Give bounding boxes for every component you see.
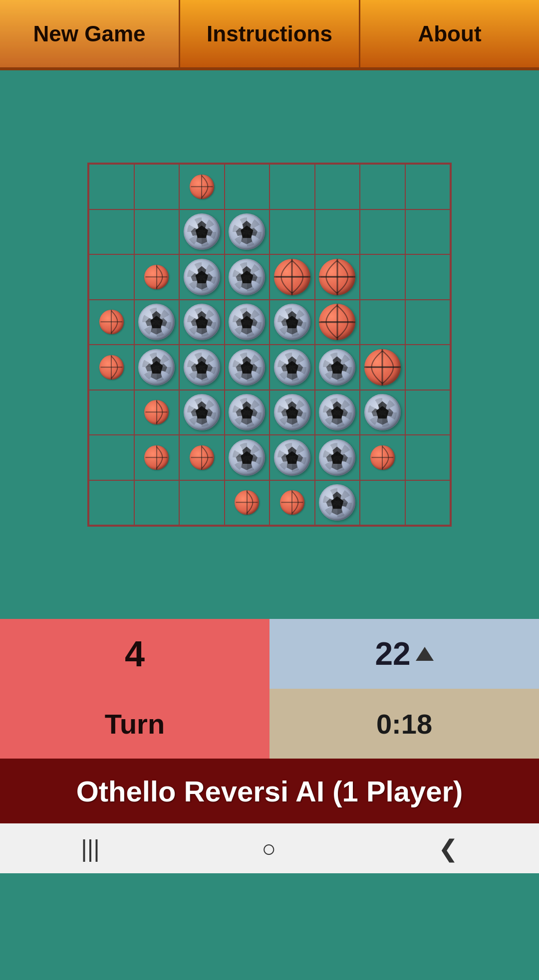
soccer-ball-piece <box>319 439 355 476</box>
cell-6-7[interactable] <box>405 435 451 480</box>
cell-6-2[interactable] <box>179 435 225 480</box>
svg-point-67 <box>320 350 355 385</box>
cell-5-5[interactable] <box>315 390 360 435</box>
cell-0-2[interactable] <box>179 164 225 209</box>
title-bar: Othello Reversi AI (1 Player) <box>0 759 539 823</box>
home-button[interactable]: ○ <box>262 835 276 862</box>
cell-5-4[interactable] <box>270 390 315 435</box>
cell-5-0[interactable] <box>89 390 134 435</box>
cell-1-0[interactable] <box>89 209 134 255</box>
cell-0-0[interactable] <box>89 164 134 209</box>
cell-7-2[interactable] <box>179 480 225 526</box>
svg-marker-42 <box>281 318 289 326</box>
basketball-piece <box>319 304 355 340</box>
soccer-ball-piece <box>184 394 220 430</box>
cell-3-2[interactable] <box>179 300 225 345</box>
cell-3-1[interactable] <box>134 300 180 345</box>
svg-marker-4 <box>205 228 213 236</box>
cell-6-6[interactable] <box>360 435 405 480</box>
cell-0-4[interactable] <box>270 164 315 209</box>
app-title: Othello Reversi AI (1 Player) <box>76 775 463 808</box>
cell-4-7[interactable] <box>405 345 451 390</box>
svg-marker-98 <box>377 415 388 425</box>
svg-marker-37 <box>236 318 244 326</box>
cell-1-5[interactable] <box>315 209 360 255</box>
cell-1-4[interactable] <box>270 209 315 255</box>
svg-marker-19 <box>236 273 244 281</box>
cell-3-5[interactable] <box>315 300 360 345</box>
svg-marker-68 <box>333 356 341 365</box>
cell-1-1[interactable] <box>134 209 180 255</box>
svg-marker-90 <box>333 401 341 410</box>
cell-5-6[interactable] <box>360 390 405 435</box>
cell-7-6[interactable] <box>360 480 405 526</box>
back-button[interactable]: ❮ <box>438 834 458 862</box>
cell-2-3[interactable] <box>225 254 270 300</box>
cell-7-0[interactable] <box>89 480 134 526</box>
cell-3-7[interactable] <box>405 300 451 345</box>
cell-3-0[interactable] <box>89 300 134 345</box>
cell-6-4[interactable] <box>270 435 315 480</box>
cell-4-4[interactable] <box>270 345 315 390</box>
new-game-button[interactable]: New Game <box>0 0 180 67</box>
svg-marker-92 <box>340 408 348 416</box>
cell-0-6[interactable] <box>360 164 405 209</box>
svg-marker-41 <box>288 311 296 320</box>
instructions-button[interactable]: Instructions <box>180 0 360 67</box>
svg-marker-16 <box>196 280 207 290</box>
cell-3-3[interactable] <box>225 300 270 345</box>
svg-marker-121 <box>326 499 334 507</box>
cell-5-3[interactable] <box>225 390 270 435</box>
basketball-small-piece <box>190 175 214 199</box>
cell-6-0[interactable] <box>89 435 134 480</box>
cell-1-7[interactable] <box>405 209 451 255</box>
recent-apps-button[interactable]: ||| <box>81 835 99 862</box>
svg-marker-83 <box>242 415 253 425</box>
cell-4-1[interactable] <box>134 345 180 390</box>
cell-1-2[interactable] <box>179 209 225 255</box>
cell-2-6[interactable] <box>360 254 405 300</box>
cell-4-0[interactable] <box>89 345 134 390</box>
cell-7-4[interactable] <box>270 480 315 526</box>
cell-6-5[interactable] <box>315 435 360 480</box>
cell-2-4[interactable] <box>270 254 315 300</box>
cell-6-3[interactable] <box>225 435 270 480</box>
cell-2-5[interactable] <box>315 254 360 300</box>
svg-marker-85 <box>288 401 296 410</box>
svg-marker-80 <box>243 401 251 410</box>
cell-0-1[interactable] <box>134 164 180 209</box>
cell-0-7[interactable] <box>405 164 451 209</box>
cell-3-4[interactable] <box>270 300 315 345</box>
cell-0-5[interactable] <box>315 164 360 209</box>
basketball-small-piece <box>144 445 169 470</box>
game-board[interactable] <box>87 163 452 527</box>
cell-2-7[interactable] <box>405 254 451 300</box>
soccer-ball-piece <box>138 304 175 340</box>
cell-2-0[interactable] <box>89 254 134 300</box>
cell-7-5[interactable] <box>315 480 360 526</box>
cell-2-1[interactable] <box>134 254 180 300</box>
cell-5-7[interactable] <box>405 390 451 435</box>
svg-marker-53 <box>198 356 206 365</box>
svg-marker-36 <box>243 311 251 320</box>
cell-4-5[interactable] <box>315 345 360 390</box>
svg-marker-2 <box>198 221 206 230</box>
cell-1-6[interactable] <box>360 209 405 255</box>
cell-7-1[interactable] <box>134 480 180 526</box>
cell-6-1[interactable] <box>134 435 180 480</box>
svg-marker-39 <box>242 325 253 335</box>
cell-0-3[interactable] <box>225 164 270 209</box>
svg-marker-32 <box>191 318 199 326</box>
cell-5-1[interactable] <box>134 390 180 435</box>
cell-1-3[interactable] <box>225 209 270 255</box>
cell-7-3[interactable] <box>225 480 270 526</box>
soccer-ball-piece <box>138 349 175 386</box>
cell-3-6[interactable] <box>360 300 405 345</box>
cell-4-6[interactable] <box>360 345 405 390</box>
cell-5-2[interactable] <box>179 390 225 435</box>
cell-4-3[interactable] <box>225 345 270 390</box>
about-button[interactable]: About <box>360 0 539 67</box>
cell-4-2[interactable] <box>179 345 225 390</box>
cell-7-7[interactable] <box>405 480 451 526</box>
cell-2-2[interactable] <box>179 254 225 300</box>
